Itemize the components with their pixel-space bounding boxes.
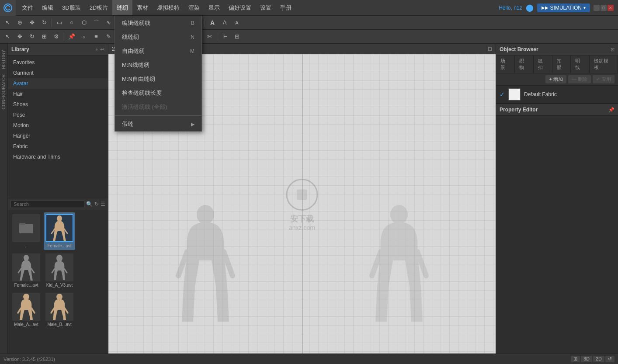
fabric-row[interactable]: ✓ Default Fabric (496, 86, 618, 104)
menu-render[interactable]: 渲染 (184, 0, 204, 15)
nav-motion[interactable]: Motion (8, 120, 108, 131)
nav-shoes[interactable]: Shoes (8, 99, 108, 110)
close-button[interactable]: ✕ (608, 5, 614, 11)
dd-separator (115, 115, 201, 116)
tb3-trim[interactable]: ✄ (204, 31, 215, 42)
tb3-move[interactable]: ✥ (14, 31, 25, 42)
nav-hanger[interactable]: Hanger (8, 131, 108, 141)
tb-select[interactable]: ↖ (2, 17, 13, 28)
list-item[interactable]: Female...avt (10, 252, 42, 289)
tb3-label[interactable]: ⊞ (231, 31, 243, 42)
view-2d-btn[interactable]: 2D (593, 356, 604, 362)
search-input[interactable] (10, 200, 84, 208)
nav-favorites[interactable]: Favorites (8, 57, 108, 68)
tb-text-c[interactable]: A (231, 17, 243, 28)
tb3-measure[interactable]: ⊩ (219, 31, 230, 42)
tab-button[interactable]: 纽扣 (534, 55, 552, 73)
library-history-btn[interactable]: ↩ (100, 46, 104, 52)
dd-check-stitch-length[interactable]: 检查缝纫线长度 (115, 86, 201, 100)
tb-text-a[interactable]: A (207, 17, 218, 28)
tab-buttonhole[interactable]: 扣眼 (552, 55, 571, 73)
list-item[interactable]: .. (10, 212, 42, 250)
tb3-edit[interactable]: ✎ (103, 31, 114, 42)
tb3-drape[interactable]: ⬦ (78, 31, 90, 42)
tb3-scale[interactable]: ⊞ (38, 31, 50, 42)
list-item[interactable]: Kid_A_V3.avt (44, 252, 75, 289)
add-fabric-btn[interactable]: + 增加 (545, 75, 566, 83)
object-browser-expand[interactable]: ⊡ (611, 47, 615, 52)
tb3-rotate[interactable]: ↻ (26, 31, 38, 42)
tb3-fold[interactable]: ≡ (90, 31, 102, 42)
list-view-icon[interactable]: ☰ (101, 201, 105, 207)
simulation-button[interactable]: ▶▶ SIMULATION ▾ (537, 3, 590, 12)
tb-bezier[interactable]: ⌒ (90, 17, 102, 28)
tb-transform[interactable]: ⊕ (14, 17, 25, 28)
property-editor-pin[interactable]: 📌 (608, 107, 615, 113)
tb-circle[interactable]: ○ (66, 17, 77, 28)
tb-text-b[interactable]: A (219, 17, 230, 28)
library-content: .. Female...avt (8, 210, 108, 354)
view-grid-btn[interactable]: ⊞ (571, 356, 580, 362)
dd-mn-line-stitch[interactable]: M:N线缝纫 (115, 58, 201, 72)
refresh-icon[interactable]: ↻ (94, 201, 99, 207)
search-icon[interactable]: 🔍 (86, 201, 93, 207)
dd-free-stitch[interactable]: 自由缝纫 M (115, 44, 201, 58)
nav-garment[interactable]: Garment (8, 68, 108, 78)
nav-pose[interactable]: Pose (8, 110, 108, 120)
svg-point-3 (57, 215, 62, 222)
menu-display[interactable]: 显示 (204, 0, 224, 15)
nav-fabric[interactable]: Fabric (8, 141, 108, 152)
tb-rotate[interactable]: ↻ (38, 17, 50, 28)
tb-rect[interactable]: ▭ (54, 17, 65, 28)
nav-avatar[interactable]: Avatar (8, 78, 108, 89)
list-item[interactable]: Male_A...avt (10, 291, 42, 329)
version-text: Version: 3.2.45 (r26231) (3, 357, 55, 362)
view-3d-btn[interactable]: 3D (581, 356, 592, 362)
list-item[interactable]: Male_B...avt (44, 291, 75, 329)
menu-stitch[interactable]: 缝纫 (112, 0, 132, 15)
dd-mn-free-stitch[interactable]: M:N自由缝纫 (115, 72, 201, 86)
minimize-button[interactable]: — (594, 5, 600, 11)
nav-hardware[interactable]: Hardware and Trims (8, 152, 108, 162)
tab-scene[interactable]: 场景 (496, 55, 515, 73)
tb3-sim[interactable]: ⚙ (51, 31, 62, 42)
menu-settings[interactable]: 设置 (256, 0, 276, 15)
history-tab[interactable]: HISTORY (0, 48, 7, 71)
library-add-btn[interactable]: + (95, 46, 98, 52)
list-item[interactable]: Female...avt (44, 212, 75, 250)
svg-line-10 (52, 269, 55, 273)
toolbar-3d: ↖ ✥ ↻ ⊞ ⚙ 📌 ⬦ ≡ ✎ — ✂ ⊟ 📏 ⊕ ≈ ∿ ✄ ⊩ ⊞ (0, 30, 618, 44)
menu-2d-pattern[interactable]: 2D板片 (85, 0, 113, 15)
configurator-tab[interactable]: CONFIGURATOR (0, 73, 7, 111)
menu-material[interactable]: 素材 (132, 0, 153, 15)
restore-button[interactable]: □ (601, 5, 607, 11)
tb-poly[interactable]: ⬡ (78, 17, 90, 28)
tab-topstitch[interactable]: 明线 (571, 55, 590, 73)
pattern-window-expand[interactable]: ⊡ (488, 46, 492, 52)
menu-avatar[interactable]: 虚拟模特 (153, 0, 184, 15)
tb3-select[interactable]: ↖ (2, 31, 13, 42)
dd-edit-stitch[interactable]: 编辑缝纫线 B (115, 16, 201, 30)
svg-point-6 (24, 255, 29, 261)
apply-fabric-btn[interactable]: ✓ 应用 (593, 75, 615, 83)
dd-mock-stitch[interactable]: 假缝 ▶ (115, 117, 201, 131)
tb-move[interactable]: ✥ (26, 17, 38, 28)
dd-line-stitch[interactable]: 线缝纫 N (115, 30, 201, 44)
cloud-icon[interactable]: ⬤ (526, 3, 534, 12)
tab-fabric[interactable]: 织物 (515, 55, 534, 73)
tab-seam-template[interactable]: 缝纫模板 (590, 55, 618, 73)
tb-curve[interactable]: ∿ (103, 17, 114, 28)
view-buttons: ⊞ 3D 2D ↺ (571, 356, 615, 362)
menu-file[interactable]: 文件 (17, 0, 38, 15)
fabric-check-icon: ✓ (500, 91, 505, 98)
menu-preferences[interactable]: 偏好设置 (224, 0, 256, 15)
tb3-pin[interactable]: 📌 (66, 31, 77, 42)
remove-fabric-btn[interactable]: — 删除 (568, 75, 591, 83)
view-reset-btn[interactable]: ↺ (605, 356, 615, 362)
menu-help[interactable]: 手册 (276, 0, 296, 15)
user-info: Hello, n1z (499, 5, 522, 11)
nav-hair[interactable]: Hair (8, 89, 108, 99)
svg-point-12 (23, 294, 29, 300)
menu-3d-garment[interactable]: 3D服装 (58, 0, 85, 15)
menu-edit[interactable]: 编辑 (38, 0, 58, 15)
